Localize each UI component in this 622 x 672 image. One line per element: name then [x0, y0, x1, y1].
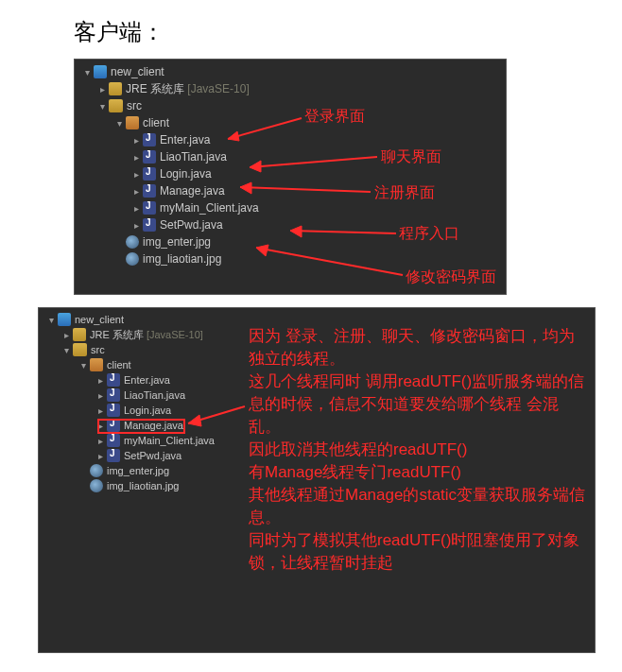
- expand-icon[interactable]: [131, 186, 141, 197]
- file-label: Enter.java: [124, 374, 170, 386]
- java-file-icon: [143, 133, 156, 146]
- java-file-icon: [107, 373, 120, 387]
- file-label: Login.java: [124, 405, 171, 416]
- package-icon: [126, 116, 139, 129]
- tree-row-file[interactable]: Login.java: [80, 165, 506, 182]
- project-label: new_client: [111, 65, 164, 78]
- expand-icon[interactable]: [78, 360, 88, 370]
- java-file-icon: [107, 419, 120, 432]
- src-label: src: [127, 99, 142, 112]
- file-label: img_liaotian.jpg: [143, 252, 221, 266]
- lib-label: JRE 系统库: [126, 81, 184, 97]
- lib-label: JRE 系统库: [90, 328, 144, 342]
- expand-icon[interactable]: [95, 405, 105, 416]
- expand-icon[interactable]: [95, 390, 105, 401]
- image-file-icon: [90, 464, 103, 477]
- java-file-icon: [143, 150, 156, 164]
- java-file-icon: [107, 388, 120, 402]
- expand-icon[interactable]: [97, 101, 107, 112]
- image-file-icon: [126, 252, 139, 266]
- annotation-chat-ui: 聊天界面: [381, 147, 441, 167]
- library-icon: [73, 328, 86, 341]
- tree-row-file[interactable]: Enter.java: [80, 131, 506, 148]
- java-file-icon: [143, 167, 156, 181]
- library-icon: [109, 82, 122, 95]
- annotation-login-ui: 登录界面: [304, 107, 365, 127]
- explanation-text: 因为 登录、注册、聊天、修改密码窗口，均为独立的线程。这几个线程同时 调用rea…: [249, 325, 589, 575]
- expand-icon[interactable]: [131, 220, 141, 231]
- file-label: myMain_Client.java: [124, 435, 215, 446]
- page-title: 客户端：: [74, 17, 164, 47]
- expand-icon[interactable]: [61, 345, 71, 355]
- package-label: client: [143, 116, 169, 129]
- project-explorer-1: new_client JRE 系统库 [JavaSE-10] src clien…: [74, 59, 507, 295]
- file-label: myMain_Client.java: [160, 201, 259, 215]
- lib-version: [JavaSE-10]: [187, 82, 249, 95]
- project-label: new_client: [75, 314, 124, 325]
- tree-row-lib[interactable]: JRE 系统库 [JavaSE-10]: [80, 80, 506, 97]
- file-label: LiaoTian.java: [124, 389, 185, 401]
- expand-icon[interactable]: [95, 436, 105, 446]
- expand-icon[interactable]: [95, 375, 105, 386]
- annotation-entry: 程序入口: [399, 224, 459, 244]
- file-label: Manage.java: [124, 420, 183, 431]
- file-label: img_liaotian.jpg: [107, 480, 179, 491]
- expand-icon[interactable]: [95, 451, 105, 461]
- expand-icon[interactable]: [131, 135, 141, 146]
- tree-row-project[interactable]: new_client: [80, 63, 506, 80]
- image-file-icon: [126, 235, 139, 249]
- java-file-icon: [107, 404, 120, 417]
- file-label: SetPwd.java: [160, 218, 223, 232]
- expand-icon[interactable]: [131, 152, 141, 163]
- file-label: Enter.java: [160, 133, 210, 146]
- project-explorer-2: new_client JRE 系统库 [JavaSE-10] src clien…: [38, 307, 596, 653]
- expand-icon[interactable]: [82, 67, 92, 78]
- expand-icon[interactable]: [131, 203, 141, 214]
- java-file-icon: [107, 434, 120, 447]
- tree-row-image[interactable]: img_liaotian.jpg: [80, 250, 506, 267]
- file-label: img_enter.jpg: [143, 235, 211, 249]
- annotation-setpwd-ui: 修改密码界面: [406, 267, 496, 287]
- expand-icon[interactable]: [61, 330, 71, 340]
- project-icon: [94, 65, 107, 78]
- expand-icon[interactable]: [131, 169, 141, 180]
- folder-icon: [109, 99, 123, 112]
- java-file-icon: [143, 201, 156, 215]
- tree-row-file[interactable]: Manage.java: [80, 182, 506, 199]
- file-label: SetPwd.java: [124, 450, 181, 461]
- file-label: img_enter.jpg: [107, 465, 169, 476]
- src-label: src: [91, 344, 105, 355]
- file-label: LiaoTian.java: [160, 150, 227, 164]
- expand-icon[interactable]: [95, 421, 105, 431]
- annotation-register-ui: 注册界面: [374, 183, 435, 203]
- expand-icon[interactable]: [46, 315, 56, 325]
- folder-icon: [73, 343, 87, 356]
- tree-row-package[interactable]: client: [80, 114, 506, 131]
- image-file-icon: [90, 479, 103, 492]
- file-label: Manage.java: [160, 184, 225, 198]
- project-icon: [58, 313, 71, 326]
- tree-row-file[interactable]: myMain_Client.java: [80, 199, 506, 216]
- java-file-icon: [107, 449, 120, 462]
- java-file-icon: [143, 184, 156, 198]
- java-file-icon: [143, 218, 156, 232]
- expand-icon[interactable]: [114, 118, 124, 129]
- lib-version: [JavaSE-10]: [147, 329, 203, 340]
- expand-icon[interactable]: [97, 84, 107, 95]
- package-label: client: [107, 359, 131, 370]
- tree-row-src[interactable]: src: [80, 97, 506, 114]
- file-label: Login.java: [160, 167, 212, 181]
- package-icon: [90, 358, 103, 371]
- tree-row-file[interactable]: LiaoTian.java: [80, 148, 506, 165]
